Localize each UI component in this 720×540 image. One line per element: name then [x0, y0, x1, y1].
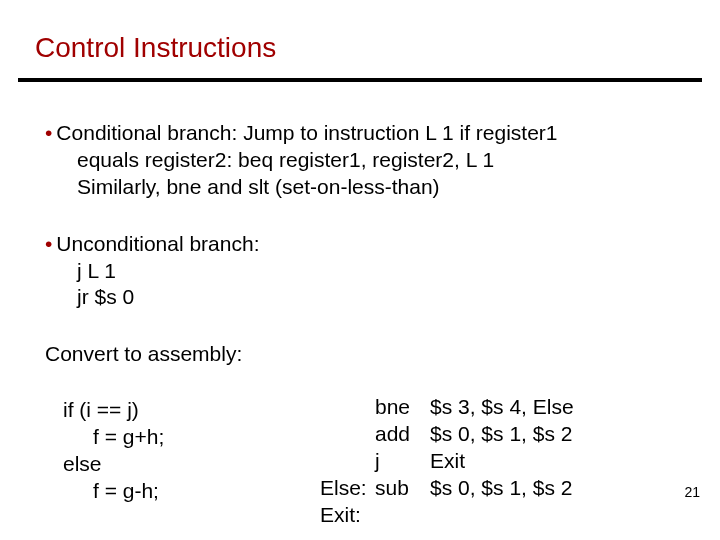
asm-op: sub: [375, 475, 430, 502]
block-convert: Convert to assembly:: [45, 341, 685, 368]
bullet-icon: •: [45, 232, 52, 255]
asm-op: bne: [375, 394, 430, 421]
asm-label: Exit:: [320, 502, 375, 529]
table-row: bne $s 3, $s 4, Else: [320, 394, 574, 421]
asm-op: add: [375, 421, 430, 448]
asm-label: [320, 394, 375, 421]
c-code-column: if (i == j) f = g+h; else f = g-h;: [45, 397, 305, 505]
slide-title: Control Instructions: [35, 32, 276, 64]
text-line: Unconditional branch:: [56, 232, 259, 255]
asm-args: $s 0, $s 1, $s 2: [430, 475, 574, 502]
table-row: add $s 0, $s 1, $s 2: [320, 421, 574, 448]
assembly-table: bne $s 3, $s 4, Else add $s 0, $s 1, $s …: [320, 394, 574, 528]
asm-label: [320, 448, 375, 475]
assembly-column: bne $s 3, $s 4, Else add $s 0, $s 1, $s …: [320, 394, 574, 528]
asm-args: Exit: [430, 448, 574, 475]
text-line: Convert to assembly:: [45, 342, 242, 365]
bullet-item-unconditional: •Unconditional branch: j L 1 jr $s 0: [45, 231, 685, 312]
asm-label: [320, 421, 375, 448]
title-rule: [18, 78, 702, 82]
table-row: j Exit: [320, 448, 574, 475]
text-line: j L 1: [45, 258, 685, 285]
asm-args: $s 0, $s 1, $s 2: [430, 421, 574, 448]
text-line: Conditional branch: Jump to instruction …: [56, 121, 557, 144]
asm-args: [430, 502, 574, 529]
asm-args: $s 3, $s 4, Else: [430, 394, 574, 421]
page-number: 21: [684, 484, 700, 500]
asm-op: j: [375, 448, 430, 475]
text-line: equals register2: beq register1, registe…: [45, 147, 685, 174]
bullet-icon: •: [45, 121, 52, 144]
text-line: else: [45, 451, 305, 478]
text-line: jr $s 0: [45, 284, 685, 311]
text-line: Similarly, bne and slt (set-on-less-than…: [45, 174, 685, 201]
text-line: f = g+h;: [45, 424, 305, 451]
table-row: Else: sub $s 0, $s 1, $s 2: [320, 475, 574, 502]
slide: Control Instructions •Conditional branch…: [0, 0, 720, 540]
text-line: if (i == j): [45, 397, 305, 424]
table-row: Exit:: [320, 502, 574, 529]
bullet-item-conditional: •Conditional branch: Jump to instruction…: [45, 120, 685, 201]
slide-body: •Conditional branch: Jump to instruction…: [45, 120, 685, 368]
text-line: f = g-h;: [45, 478, 305, 505]
asm-op: [375, 502, 430, 529]
asm-label: Else:: [320, 475, 375, 502]
